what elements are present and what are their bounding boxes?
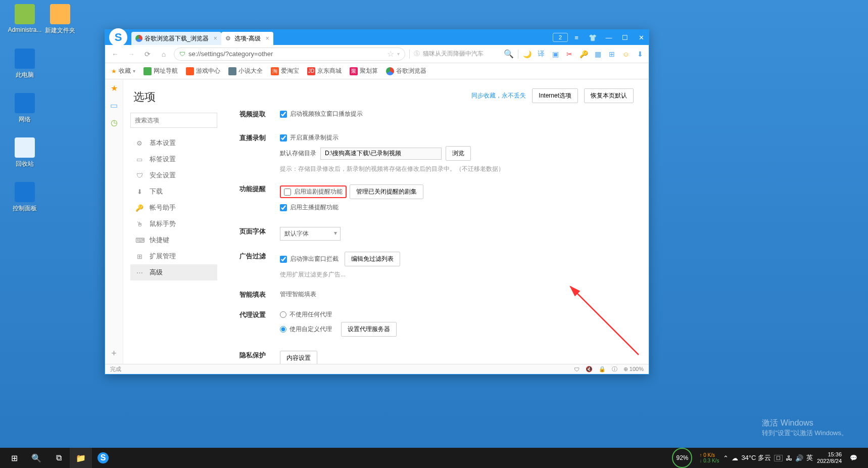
add-button[interactable]: + xyxy=(111,348,117,359)
desktop-icon-control[interactable]: 控制面板 xyxy=(7,182,42,213)
bookmarks-button[interactable]: ★ 收藏 ▾ xyxy=(111,67,135,75)
storage-path-input[interactable] xyxy=(320,148,442,160)
nav-advanced[interactable]: ⋯高级 xyxy=(130,264,217,280)
maximize-button[interactable]: ☐ xyxy=(617,31,633,44)
battery-indicator[interactable]: 92% xyxy=(672,448,692,468)
nav-account[interactable]: 🔑帐号助手 xyxy=(130,200,217,216)
star-icon[interactable]: ★ xyxy=(110,83,119,92)
weather-text[interactable]: 34°C 多云 xyxy=(741,453,771,462)
start-button[interactable]: ⊞ xyxy=(3,448,25,468)
menu-icon[interactable]: ≡ xyxy=(569,31,584,44)
adblock-more-link[interactable]: 使用扩展过滤更多广告... xyxy=(280,270,634,279)
translate-icon[interactable]: 译 xyxy=(537,50,546,59)
bookmark-chrome[interactable]: 谷歌浏览器 xyxy=(386,67,426,75)
ime-lang[interactable]: 英 xyxy=(806,453,813,462)
notification-button[interactable]: 💬 xyxy=(846,448,861,468)
popup-block-checkbox[interactable] xyxy=(280,256,287,263)
no-proxy-radio[interactable] xyxy=(280,311,286,318)
minimize-button[interactable]: — xyxy=(601,31,616,44)
tab-settings-advanced[interactable]: ⚙ 选项-高级 × xyxy=(221,32,273,45)
monitor-icon[interactable]: ▭ xyxy=(110,101,119,110)
download-icon[interactable]: ⬇ xyxy=(636,50,645,59)
user-icon xyxy=(15,4,35,24)
search-icon[interactable]: 🔍 xyxy=(504,49,514,59)
drama-remind-checkbox[interactable] xyxy=(284,189,291,196)
streamer-remind-checkbox[interactable] xyxy=(280,204,287,211)
search-box[interactable]: Ⓢ 猫咪从天而降砸中汽车 xyxy=(414,48,500,61)
desktop-icon-admin[interactable]: Administra... xyxy=(7,4,42,33)
tray-chevron-icon[interactable]: ⌃ xyxy=(723,454,729,462)
bookmark-juhuasuan[interactable]: 聚聚划算 xyxy=(350,67,378,75)
bookmark-novel[interactable]: 小说大全 xyxy=(228,67,263,75)
restore-defaults-button[interactable]: 恢复本页默认 xyxy=(584,88,634,103)
moon-icon[interactable]: 🌙 xyxy=(522,50,532,59)
proxy-settings-button[interactable]: 设置代理服务器 xyxy=(341,322,397,337)
mute-icon[interactable]: 🔇 xyxy=(586,366,593,372)
network-icon[interactable]: 🖧 xyxy=(786,454,792,462)
url-input[interactable] xyxy=(188,50,384,58)
desktop-icon-recycle[interactable]: 回收站 xyxy=(7,137,42,168)
sync-link[interactable]: 同步收藏，永不丢失 xyxy=(471,91,526,100)
nav-extensions[interactable]: ⊞扩展管理 xyxy=(130,248,217,264)
home-button[interactable]: ⌂ xyxy=(158,48,170,60)
browse-button[interactable]: 浏览 xyxy=(446,146,471,161)
clock[interactable]: 15:36 2022/8/24 xyxy=(817,451,842,464)
settings-body: 同步收藏，永不丢失 Internet选项 恢复本页默认 视频提取 启动视频独立窗… xyxy=(224,79,649,364)
browser-logo-icon[interactable]: S xyxy=(109,28,127,46)
forward-button[interactable]: → xyxy=(125,48,137,60)
zoom-indicator[interactable]: ⊕ 100% xyxy=(623,366,644,372)
window-icon[interactable]: ▦ xyxy=(593,50,602,59)
nav-basic[interactable]: ⚙基本设置 xyxy=(130,135,217,151)
compat-icon[interactable]: ⓘ xyxy=(612,365,617,373)
close-button[interactable]: ✕ xyxy=(634,31,649,44)
close-icon[interactable]: × xyxy=(214,35,217,42)
capture-icon[interactable]: ▣ xyxy=(551,50,560,59)
bookmark-jd[interactable]: JD京东商城 xyxy=(307,67,342,75)
nav-security[interactable]: 🛡安全设置 xyxy=(130,167,217,183)
video-popup-checkbox[interactable] xyxy=(280,111,287,118)
custom-proxy-radio[interactable] xyxy=(280,326,286,333)
content-settings-button[interactable]: 内容设置 xyxy=(280,351,317,364)
scissors-icon[interactable]: ✂ xyxy=(565,50,574,59)
nav-shortcuts[interactable]: ⌨快捷键 xyxy=(130,232,217,248)
explorer-button[interactable]: 📁 xyxy=(70,448,92,468)
bookmark-taobao[interactable]: 淘爱淘宝 xyxy=(271,67,299,75)
chevron-down-icon[interactable]: ▾ xyxy=(397,51,400,57)
font-select[interactable]: 默认字体 xyxy=(280,227,341,241)
reload-button[interactable]: ⟳ xyxy=(141,48,154,60)
history-icon[interactable]: ◷ xyxy=(110,118,119,127)
desktop-icon-pc[interactable]: 此电脑 xyxy=(7,49,42,79)
key-icon[interactable]: 🔑 xyxy=(579,50,588,59)
url-box[interactable]: 🛡 ☆ ▾ xyxy=(174,48,405,61)
desktop-icon-network[interactable]: 网络 xyxy=(7,93,42,124)
volume-icon[interactable]: 🔊 xyxy=(795,454,803,462)
internet-options-button[interactable]: Internet选项 xyxy=(532,88,578,103)
lock-icon[interactable]: 🔒 xyxy=(599,366,606,372)
search-button[interactable]: 🔍 xyxy=(25,448,47,468)
sogou-browser-button[interactable]: S xyxy=(92,448,114,468)
edit-whitelist-button[interactable]: 编辑免过滤列表 xyxy=(345,252,400,266)
shirt-icon[interactable]: 👕 xyxy=(585,31,600,44)
manage-autofill-link[interactable]: 管理智能填表 xyxy=(280,291,316,298)
folder-icon xyxy=(50,4,70,24)
manage-closed-reminders-button[interactable]: 管理已关闭提醒的剧集 xyxy=(350,184,423,199)
nav-download[interactable]: ⬇下载 xyxy=(130,183,217,200)
nav-tabs[interactable]: ▭标签设置 xyxy=(130,151,217,167)
tab-chrome-download[interactable]: 谷歌浏览器下载_浏览器 × xyxy=(131,32,221,45)
window-badge-button[interactable]: 2 xyxy=(553,33,568,42)
live-record-checkbox[interactable] xyxy=(280,134,287,142)
task-view-button[interactable]: ⧉ xyxy=(47,448,70,468)
nav-gesture[interactable]: 🖱鼠标手势 xyxy=(130,216,217,232)
desktop-icon-folder[interactable]: 新建文件夹 xyxy=(42,4,78,35)
settings-search-input[interactable] xyxy=(130,113,217,128)
weather-icon[interactable]: ☁ xyxy=(732,454,738,462)
star-icon[interactable]: ☆ xyxy=(387,49,394,59)
face-icon[interactable]: ☺ xyxy=(621,50,631,59)
bookmark-game[interactable]: 游戏中心 xyxy=(186,67,220,75)
ime-indicator[interactable]: ☐ xyxy=(774,455,783,461)
grid-icon[interactable]: ⊞ xyxy=(607,50,616,59)
bookmark-nav[interactable]: 网址导航 xyxy=(143,67,178,75)
back-button[interactable]: ← xyxy=(109,48,121,60)
shield-icon[interactable]: 🛡 xyxy=(574,366,580,372)
close-icon[interactable]: × xyxy=(266,35,269,42)
